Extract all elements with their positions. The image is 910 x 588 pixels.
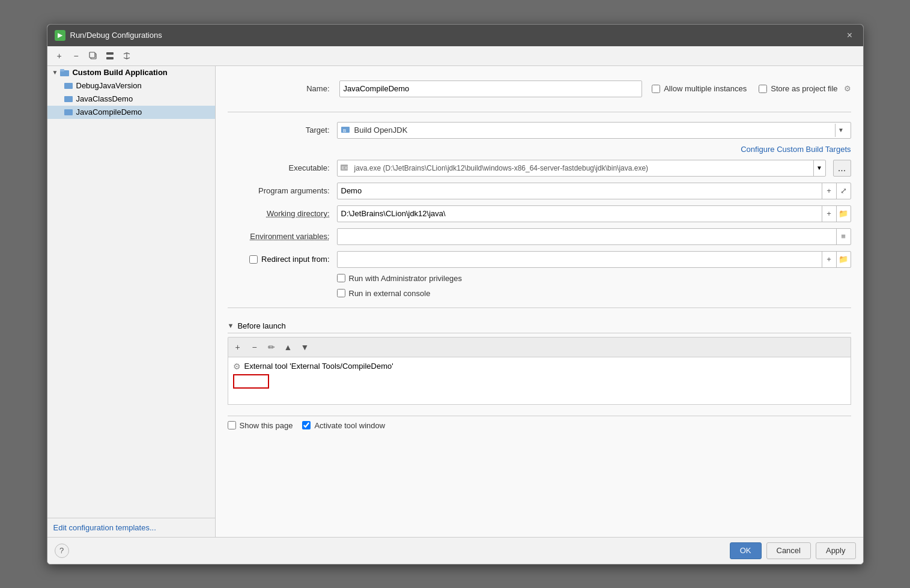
dialog: ▶ Run/Debug Configurations × + − bbox=[47, 24, 864, 565]
run-external-checkbox[interactable] bbox=[337, 289, 345, 297]
tree-item-debug[interactable]: DebugJavaVersion bbox=[47, 79, 215, 92]
activate-window-checkbox[interactable] bbox=[302, 421, 311, 429]
footer-left: ? bbox=[55, 544, 69, 558]
redirect-input-checkbox[interactable] bbox=[249, 255, 258, 264]
executable-label: Executable: bbox=[228, 163, 330, 172]
ok-button[interactable]: OK bbox=[730, 542, 762, 559]
target-dropdown-arrow[interactable]: ▼ bbox=[835, 124, 847, 137]
executable-row: Executable: EXE java.exe (D:\JetBrains\C… bbox=[228, 160, 851, 177]
tree-item-compileDemo-label: JavaCompileDemo bbox=[76, 108, 142, 117]
redirect-browse-button[interactable]: 📁 bbox=[836, 252, 851, 267]
copy-icon bbox=[89, 52, 97, 60]
target-row: Target: B Build OpenJDK ▼ bbox=[228, 122, 851, 139]
cancel-button[interactable]: Cancel bbox=[766, 542, 811, 559]
show-page-label: Show this page bbox=[240, 421, 293, 430]
app-icon: ▶ bbox=[55, 30, 65, 41]
working-dir-label-text: Working directory: bbox=[267, 209, 330, 218]
tree-parent-item[interactable]: ▼ Custom Build Application bbox=[47, 66, 215, 79]
move-icon bbox=[106, 52, 114, 60]
svg-text:B: B bbox=[343, 128, 346, 133]
edit-templates-link[interactable]: Edit configuration templates... bbox=[53, 523, 156, 532]
gear-icon: ⚙ bbox=[844, 84, 851, 93]
working-dir-browse-button[interactable]: 📁 bbox=[836, 206, 851, 222]
env-vars-input[interactable] bbox=[338, 231, 836, 242]
apply-button[interactable]: Apply bbox=[816, 542, 856, 559]
activate-window-option[interactable]: Activate tool window bbox=[302, 421, 385, 430]
tree-item-debug-label: DebugJavaVersion bbox=[76, 81, 142, 90]
show-page-checkbox[interactable] bbox=[228, 421, 236, 429]
run-admin-checkbox[interactable] bbox=[337, 274, 345, 282]
env-vars-label: Environment variables: bbox=[228, 232, 330, 241]
before-launch-up-button[interactable]: ▲ bbox=[281, 340, 296, 354]
target-label: Target: bbox=[228, 126, 330, 135]
executable-dropdown-arrow[interactable]: ▼ bbox=[813, 160, 825, 176]
target-dropdown[interactable]: B Build OpenJDK ▼ bbox=[337, 122, 851, 139]
before-launch-down-button[interactable]: ▼ bbox=[298, 340, 312, 354]
run-admin-label: Run with Administrator privileges bbox=[349, 274, 463, 283]
program-args-input[interactable] bbox=[338, 185, 822, 196]
working-dir-input[interactable] bbox=[338, 208, 822, 219]
toolbar: + − bbox=[47, 46, 863, 66]
redirect-input-field: + 📁 bbox=[337, 251, 851, 268]
title-bar-left: ▶ Run/Debug Configurations bbox=[55, 30, 162, 41]
launch-selection-box bbox=[233, 374, 848, 389]
name-input[interactable] bbox=[339, 80, 643, 97]
env-vars-action-button[interactable]: ≡ bbox=[836, 229, 851, 244]
move-config-button[interactable] bbox=[103, 49, 117, 63]
before-launch-edit-button[interactable]: ✏ bbox=[264, 340, 279, 354]
svg-rect-2 bbox=[106, 52, 114, 55]
before-launch-section: ▼ Before launch + − ✏ ▲ ▼ ⚙ External too… bbox=[228, 321, 851, 405]
executable-browse-button[interactable]: … bbox=[833, 160, 851, 177]
redirect-input-input[interactable] bbox=[338, 253, 822, 265]
add-config-button[interactable]: + bbox=[52, 49, 67, 63]
configure-custom-build-link[interactable]: Configure Custom Build Targets bbox=[741, 145, 851, 154]
remove-config-button[interactable]: − bbox=[69, 49, 83, 63]
redirect-checkbox-container: Redirect input from: bbox=[228, 255, 330, 264]
tree-item-compileDemo[interactable]: JavaCompileDemo bbox=[47, 106, 215, 119]
configure-row: Configure Custom Build Targets bbox=[228, 145, 851, 154]
run-external-option[interactable]: Run in external console bbox=[337, 289, 431, 298]
left-panel: ▼ Custom Build Application DebugJav bbox=[47, 66, 216, 537]
redirect-input-label: Redirect input from: bbox=[261, 255, 329, 264]
name-row: Name: Allow multiple instances Store as … bbox=[228, 76, 851, 102]
sort-button[interactable] bbox=[120, 49, 134, 63]
tree-parent-label: Custom Build Application bbox=[72, 68, 167, 77]
target-value: Build OpenJDK bbox=[354, 126, 835, 135]
footer-right: OK Cancel Apply bbox=[730, 542, 856, 559]
right-panel: Name: Allow multiple instances Store as … bbox=[216, 66, 863, 537]
sort-icon bbox=[123, 52, 131, 60]
tree-item-classDemo[interactable]: JavaClassDemo bbox=[47, 92, 215, 106]
program-args-expand-button[interactable]: ⤢ bbox=[836, 183, 851, 199]
env-vars-field: ≡ bbox=[337, 228, 851, 245]
before-launch-add-button[interactable]: + bbox=[231, 340, 245, 354]
copy-config-button[interactable] bbox=[86, 49, 100, 63]
launch-item-0[interactable]: ⚙ External tool 'External Tools/CompileD… bbox=[231, 360, 848, 373]
allow-multiple-option[interactable]: Allow multiple instances bbox=[652, 84, 747, 93]
target-icon: B bbox=[341, 126, 351, 135]
executable-field: EXE java.exe (D:\JetBrains\CLion\jdk12\b… bbox=[337, 160, 826, 177]
store-project-option[interactable]: Store as project file ⚙ bbox=[759, 84, 851, 93]
env-vars-label-text: Environment variables: bbox=[250, 232, 329, 241]
show-page-option[interactable]: Show this page bbox=[228, 421, 293, 430]
before-launch-chevron: ▼ bbox=[228, 322, 234, 329]
run-admin-option[interactable]: Run with Administrator privileges bbox=[337, 274, 463, 283]
close-button[interactable]: × bbox=[844, 29, 856, 41]
env-vars-row: Environment variables: ≡ bbox=[228, 228, 851, 245]
help-button[interactable]: ? bbox=[55, 544, 69, 558]
content: ▼ Custom Build Application DebugJav bbox=[47, 66, 863, 537]
bottom-options: Show this page Activate tool window bbox=[228, 416, 851, 430]
activate-window-label: Activate tool window bbox=[314, 421, 385, 430]
redirect-add-button[interactable]: + bbox=[822, 252, 836, 267]
svg-rect-9 bbox=[64, 109, 73, 115]
run-external-label: Run in external console bbox=[349, 289, 431, 298]
program-args-add-button[interactable]: + bbox=[822, 183, 836, 199]
before-launch-title: Before launch bbox=[237, 321, 285, 330]
run-external-row: Run in external console bbox=[228, 289, 851, 298]
config-icon-compile bbox=[64, 108, 74, 117]
working-dir-add-button[interactable]: + bbox=[822, 206, 836, 222]
allow-multiple-checkbox[interactable] bbox=[652, 85, 660, 93]
header-options: Allow multiple instances Store as projec… bbox=[652, 84, 851, 93]
run-admin-row: Run with Administrator privileges bbox=[228, 274, 851, 283]
store-project-checkbox[interactable] bbox=[759, 85, 767, 93]
before-launch-remove-button[interactable]: − bbox=[247, 340, 262, 354]
